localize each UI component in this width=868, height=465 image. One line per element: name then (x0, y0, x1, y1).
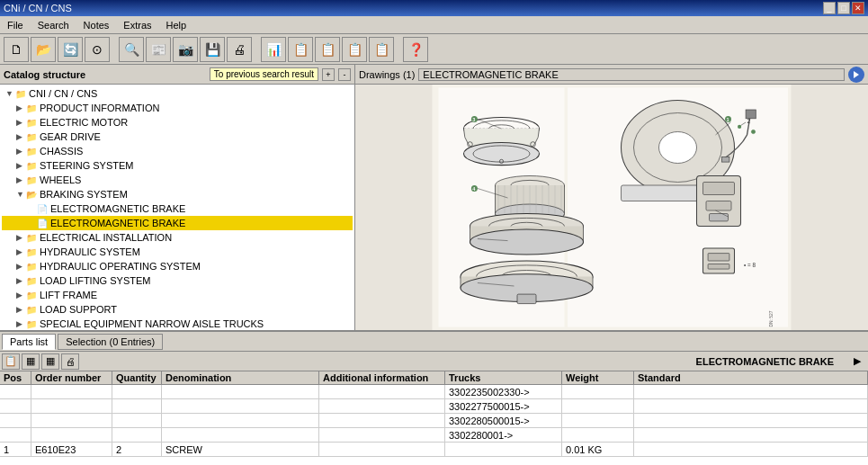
menu-help[interactable]: Help (163, 20, 191, 31)
tabs-bar: Parts list Selection (0 Entries) (0, 332, 868, 352)
tree-item-product-info[interactable]: ▶ PRODUCT INFORMATION (2, 101, 353, 115)
tree-item-hydraulic-op[interactable]: ▶ HYDRAULIC OPERATING SYSTEM (2, 259, 353, 273)
tree-item-electrical[interactable]: ▶ ELECTRICAL INSTALLATION (2, 230, 353, 245)
table-row[interactable]: 3302235002330-> (0, 385, 868, 399)
svg-text:3: 3 (472, 117, 475, 122)
toolbar-refresh[interactable]: 🔄 (58, 37, 83, 62)
toolbar-open[interactable]: 📂 (31, 37, 56, 62)
col-header-denom: Denomination (162, 371, 319, 384)
drawing-svg: 3 4 5 6 1 2 (355, 85, 868, 330)
menu-search[interactable]: Search (34, 20, 73, 31)
folder-icon (14, 88, 27, 99)
toolbar-camera[interactable]: 📷 (173, 37, 198, 62)
folder-icon (25, 160, 38, 171)
drawing-header: Drawings (1) ELECTROMAGNETIC BRAKE (355, 65, 868, 85)
col-header-addinfo: Additional information (319, 371, 445, 384)
minimize-button[interactable]: _ (823, 2, 836, 14)
tree-item-gear-drive[interactable]: ▶ GEAR DRIVE (2, 130, 353, 144)
folder-icon (25, 232, 38, 243)
trucks-cell: 3302277500015-> (445, 399, 562, 413)
folder-icon (25, 261, 38, 272)
maximize-button[interactable]: □ (837, 2, 850, 14)
svg-rect-59 (703, 183, 735, 195)
toolbar-table4[interactable]: 📋 (369, 37, 394, 62)
toolbar-dot[interactable]: ⊙ (85, 37, 110, 62)
bottom-section: Parts list Selection (0 Entries) 📋 ▦ ▦ 🖨… (0, 330, 868, 465)
table-row-data[interactable]: 1 E610E23 2 SCREW 0.01 KG (0, 443, 868, 457)
bottom-btn-1[interactable]: 📋 (2, 353, 20, 370)
tree-item-steering[interactable]: ▶ STEERING SYSTEM (2, 158, 353, 173)
col-header-weight: Weight (562, 371, 634, 384)
table-row[interactable]: 3302280001-> (0, 428, 868, 443)
trucks-cell: 3302280500015-> (445, 414, 562, 427)
menu-notes[interactable]: Notes (80, 20, 113, 31)
cell-pos: 1 (0, 443, 31, 456)
trucks-cell: 3302280001-> (445, 428, 562, 442)
toolbar-doc[interactable]: 📰 (146, 37, 171, 62)
bottom-btn-2[interactable]: ▦ (22, 353, 40, 370)
toolbar-save[interactable]: 💾 (200, 37, 225, 62)
svg-point-19 (751, 130, 755, 133)
tab-parts-list[interactable]: Parts list (2, 334, 56, 350)
tree-item-special-eq[interactable]: ▶ SPECIAL EQUIPMENT NARROW AISLE TRUCKS (2, 317, 353, 330)
svg-rect-60 (706, 201, 731, 211)
cell-denom: SCREW (162, 443, 319, 456)
svg-rect-18 (722, 157, 729, 163)
folder-icon (25, 146, 38, 156)
svg-text:DN: 527: DN: 527 (769, 310, 774, 326)
table-row[interactable]: 3302280500015-> (0, 414, 868, 428)
toolbar-help[interactable]: ❓ (403, 37, 428, 62)
folder-icon (25, 304, 38, 315)
folder-icon (25, 318, 38, 329)
svg-rect-57 (517, 294, 536, 304)
tree-item-lift-frame[interactable]: ▶ LIFT FRAME (2, 288, 353, 302)
collapse-button[interactable]: - (338, 68, 351, 81)
table-row[interactable]: 3302277500015-> (0, 399, 868, 414)
bottom-btn-print[interactable]: 🖨 (61, 353, 79, 370)
tree-item-root[interactable]: ▼ CNI / CN / CNS (2, 86, 353, 101)
drawing-count: Drawings (1) (359, 69, 415, 80)
open-folder-icon (25, 189, 38, 200)
prev-search-button[interactable]: To previous search result (210, 67, 318, 81)
svg-point-52 (470, 229, 584, 255)
svg-rect-64 (708, 264, 729, 270)
tab-selection[interactable]: Selection (0 Entries) (58, 334, 163, 350)
tree-item-braking[interactable]: ▼ BRAKING SYSTEM (2, 187, 353, 201)
toolbar-table2[interactable]: 📋 (315, 37, 340, 62)
svg-rect-63 (708, 254, 729, 261)
tree-item-electric-motor[interactable]: ▶ ELECTRIC MOTOR (2, 115, 353, 130)
tree-item-wheels[interactable]: ▶ WHEELS (2, 173, 353, 187)
nav-arrow[interactable] (848, 67, 864, 83)
cell-weight: 0.01 KG (562, 443, 634, 456)
toolbar-new[interactable]: 🗋 (4, 37, 29, 62)
tree-item-load-support[interactable]: ▶ LOAD SUPPORT (2, 302, 353, 317)
folder-icon (25, 275, 38, 286)
scroll-right[interactable]: ▶ (854, 355, 866, 367)
toolbar-print[interactable]: 🖨 (227, 37, 252, 62)
tree-item-em-brake-1[interactable]: ELECTROMAGNETIC BRAKE (2, 201, 353, 216)
folder-icon (25, 131, 38, 142)
window-title: CNi / CN / CNS (4, 3, 72, 13)
tree-item-hydraulic[interactable]: ▶ HYDRAULIC SYSTEM (2, 245, 353, 259)
menu-extras[interactable]: Extras (120, 20, 155, 31)
bottom-btn-3[interactable]: ▦ (41, 353, 59, 370)
svg-rect-61 (710, 214, 729, 221)
col-header-order: Order number (31, 371, 112, 384)
toolbar-chart[interactable]: 📊 (261, 37, 286, 62)
tree-item-load-lifting[interactable]: ▶ LOAD LIFTING SYSTEM (2, 273, 353, 288)
toolbar-search[interactable]: 🔍 (119, 37, 144, 62)
tree-item-em-brake-2[interactable]: ELECTROMAGNETIC BRAKE (2, 216, 353, 230)
menu-file[interactable]: File (4, 20, 27, 31)
title-controls: _ □ ✕ (823, 2, 864, 14)
close-button[interactable]: ✕ (852, 2, 864, 14)
col-header-pos: Pos (0, 371, 31, 384)
toolbar-table3[interactable]: 📋 (342, 37, 367, 62)
svg-marker-0 (854, 71, 859, 78)
toolbar: 🗋 📂 🔄 ⊙ 🔍 📰 📷 💾 🖨 📊 📋 📋 📋 📋 ❓ (0, 34, 868, 65)
expand-button[interactable]: + (322, 68, 335, 81)
tree-item-chassis[interactable]: ▶ CHASSIS (2, 144, 353, 158)
svg-text:1: 1 (726, 117, 729, 122)
cell-qty: 2 (112, 443, 162, 456)
doc-icon (36, 218, 49, 228)
toolbar-clipboard[interactable]: 📋 (288, 37, 313, 62)
